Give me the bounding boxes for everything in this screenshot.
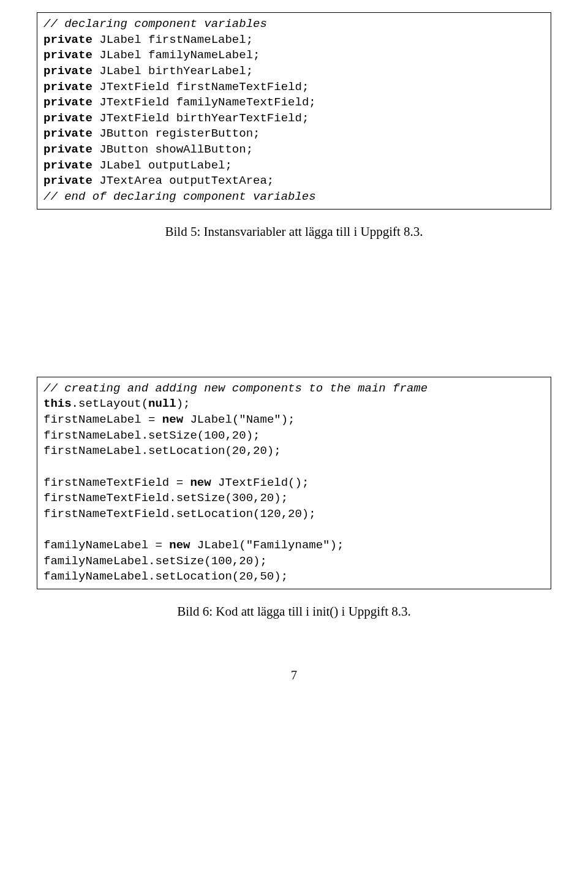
code-keyword: private xyxy=(43,48,92,62)
code-keyword: private xyxy=(43,174,92,187)
code-keyword: private xyxy=(43,33,92,47)
code-keyword: new xyxy=(169,538,190,552)
code-text: JLabel("Familyname"); xyxy=(190,538,344,552)
code-comment: // declaring component variables xyxy=(43,17,267,31)
code-keyword: private xyxy=(43,127,92,140)
code-block-1: // declaring component variables private… xyxy=(37,12,551,210)
page-number: 7 xyxy=(37,668,551,682)
code-text: ); xyxy=(176,397,190,410)
figure-caption-2: Bild 6: Kod att lägga till i init() i Up… xyxy=(37,604,551,619)
code-text: firstNameLabel.setSize(100,20); xyxy=(43,429,260,442)
code-text: firstNameLabel = xyxy=(43,413,162,426)
code-text: .setLayout( xyxy=(72,397,148,410)
code-text: JTextField familyNameTextField; xyxy=(92,96,316,109)
code-text: firstNameTextField.setLocation(120,20); xyxy=(43,507,316,521)
page: // declaring component variables private… xyxy=(0,0,588,707)
code-text: firstNameTextField.setSize(300,20); xyxy=(43,491,288,505)
code-keyword: private xyxy=(43,64,92,78)
code-text: familyNameLabel = xyxy=(43,538,169,552)
code-text: JTextArea outputTextArea; xyxy=(92,174,274,187)
code-text: JLabel birthYearLabel; xyxy=(92,64,253,78)
code-text: JButton registerButton; xyxy=(92,127,260,140)
code-text: JLabel familyNameLabel; xyxy=(92,48,260,62)
code-text: familyNameLabel.setSize(100,20); xyxy=(43,554,267,568)
spacer xyxy=(37,254,551,377)
code-comment: // creating and adding new components to… xyxy=(43,382,428,395)
code-text: JButton showAllButton; xyxy=(92,143,253,156)
code-keyword: null xyxy=(148,397,176,410)
figure-caption-1: Bild 5: Instansvariabler att lägga till … xyxy=(37,224,551,240)
code-text: JTextField birthYearTextField; xyxy=(92,111,309,125)
code-text: familyNameLabel.setLocation(20,50); xyxy=(43,570,288,583)
code-text: firstNameLabel.setLocation(20,20); xyxy=(43,444,281,458)
code-keyword: private xyxy=(43,111,92,125)
code-keyword: this xyxy=(43,397,72,410)
code-keyword: new xyxy=(162,413,183,426)
code-block-2: // creating and adding new components to… xyxy=(37,377,551,589)
code-keyword: private xyxy=(43,159,92,172)
code-comment: // end of declaring component variables xyxy=(43,190,316,203)
code-keyword: private xyxy=(43,80,92,94)
code-keyword: private xyxy=(43,143,92,156)
code-keyword: new xyxy=(190,476,211,489)
code-text: JLabel outputLabel; xyxy=(92,159,232,172)
code-text: JTextField(); xyxy=(211,476,309,489)
code-text: JTextField firstNameTextField; xyxy=(92,80,309,94)
code-text: JLabel firstNameLabel; xyxy=(92,33,253,47)
code-text: firstNameTextField = xyxy=(43,476,190,489)
code-keyword: private xyxy=(43,96,92,109)
code-text: JLabel("Name"); xyxy=(183,413,295,426)
